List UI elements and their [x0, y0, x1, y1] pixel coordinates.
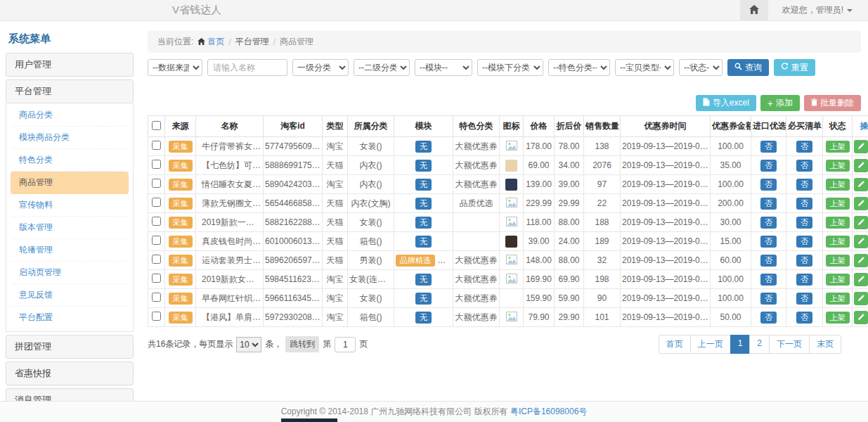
row-checkbox[interactable] [152, 198, 161, 207]
search-button[interactable]: 查询 [727, 59, 769, 76]
sidebar-group[interactable]: 省惠快报 [6, 362, 134, 385]
status-toggle[interactable]: 上架 [826, 160, 850, 172]
must-buy-toggle[interactable]: 否 [796, 312, 812, 324]
import-select-toggle[interactable]: 否 [760, 312, 777, 324]
edit-button[interactable] [854, 273, 868, 286]
product-name-input[interactable] [207, 59, 287, 76]
filter-select[interactable]: --数据来源-- [148, 59, 202, 76]
import-select-toggle[interactable]: 否 [760, 179, 777, 191]
sidebar-item[interactable]: 轮播管理 [11, 239, 129, 262]
must-buy-toggle[interactable]: 否 [796, 274, 812, 286]
select-all-checkbox[interactable] [152, 121, 161, 130]
status-toggle[interactable]: 上架 [826, 312, 850, 324]
edit-button[interactable] [854, 311, 868, 324]
module-badge[interactable]: 无 [415, 160, 432, 172]
row-checkbox[interactable] [152, 255, 161, 264]
jump-page-input[interactable] [335, 337, 356, 352]
must-buy-toggle[interactable]: 否 [796, 160, 812, 172]
status-toggle[interactable]: 上架 [826, 198, 850, 210]
must-buy-toggle[interactable]: 否 [796, 293, 812, 305]
filter-select[interactable]: --宝贝类型-- [615, 59, 674, 76]
edit-button[interactable] [854, 159, 868, 172]
sidebar-item[interactable]: 启动页管理 [11, 262, 129, 284]
status-toggle[interactable]: 上架 [826, 236, 850, 248]
must-buy-toggle[interactable]: 否 [796, 217, 812, 229]
page-button[interactable]: 下一页 [769, 335, 810, 354]
sidebar-item[interactable]: 特色分类 [11, 149, 129, 172]
module-badge[interactable]: 无 [415, 217, 432, 229]
status-toggle[interactable]: 上架 [826, 255, 850, 267]
page-button[interactable]: 1 [730, 335, 751, 354]
sidebar-item[interactable]: 商品分类 [11, 104, 129, 127]
bulk-delete-button[interactable]: 批量删除 [804, 95, 861, 111]
page-button[interactable]: 首页 [659, 335, 691, 354]
sidebar-group[interactable]: 拼团管理 [6, 335, 134, 359]
import-select-toggle[interactable]: 否 [760, 255, 777, 267]
sidebar-item[interactable]: 平台配置 [11, 307, 129, 328]
status-toggle[interactable]: 上架 [826, 179, 850, 191]
module-badge[interactable]: 无 [415, 274, 432, 286]
must-buy-toggle[interactable]: 否 [796, 198, 812, 210]
status-toggle[interactable]: 上架 [826, 293, 850, 305]
module-badge[interactable]: 无 [415, 293, 432, 305]
import-select-toggle[interactable]: 否 [760, 141, 777, 153]
import-select-toggle[interactable]: 否 [760, 293, 777, 305]
edit-button[interactable] [854, 235, 868, 248]
row-checkbox[interactable] [152, 312, 161, 321]
status-toggle[interactable]: 上架 [826, 141, 850, 153]
row-checkbox[interactable] [152, 274, 161, 283]
import-select-toggle[interactable]: 否 [760, 274, 777, 286]
row-checkbox[interactable] [152, 160, 161, 169]
icp-link[interactable]: 粤ICP备16098006号 [510, 406, 587, 418]
breadcrumb-home-link[interactable]: 首页 [197, 36, 224, 48]
module-badge[interactable]: 无 [415, 236, 432, 248]
sidebar-item[interactable]: 宣传物料 [11, 194, 129, 217]
add-button[interactable]: + 添加 [760, 95, 800, 111]
per-page-select[interactable]: 10 [236, 337, 261, 352]
filter-select[interactable]: 一级分类 [292, 59, 349, 76]
filter-select[interactable]: --特色分类-- [548, 59, 610, 76]
edit-button[interactable] [854, 254, 868, 267]
import-excel-button[interactable]: 导入excel [696, 95, 756, 111]
status-toggle[interactable]: 上架 [826, 274, 850, 286]
edit-button[interactable] [854, 178, 868, 191]
import-select-toggle[interactable]: 否 [760, 236, 777, 248]
import-select-toggle[interactable]: 否 [760, 198, 777, 210]
must-buy-toggle[interactable]: 否 [796, 179, 812, 191]
filter-select[interactable]: --模块-- [415, 59, 472, 76]
row-checkbox[interactable] [152, 217, 161, 226]
import-select-toggle[interactable]: 否 [760, 217, 777, 229]
edit-button[interactable] [854, 140, 868, 153]
home-button[interactable] [740, 0, 768, 21]
page-button[interactable]: 2 [749, 335, 770, 354]
sidebar-item[interactable]: 版本管理 [11, 217, 129, 239]
row-checkbox[interactable] [152, 141, 161, 150]
must-buy-toggle[interactable]: 否 [796, 255, 812, 267]
edit-button[interactable] [854, 292, 868, 305]
module-badge[interactable]: 无 [415, 312, 432, 324]
user-menu[interactable]: 欢迎您，管理员! [782, 4, 853, 16]
module-badge[interactable]: 无 [415, 179, 432, 191]
sidebar-group[interactable]: 用户管理 [6, 53, 134, 77]
row-checkbox[interactable] [152, 236, 161, 245]
filter-select[interactable]: --二级分类-- [354, 59, 410, 76]
module-badge[interactable]: 无 [415, 198, 432, 210]
edit-button[interactable] [854, 216, 868, 229]
sidebar-item[interactable]: 模块商品分类 [11, 127, 129, 149]
sidebar-item[interactable]: 商品管理 [11, 172, 129, 194]
reset-button[interactable]: 重置 [774, 59, 815, 76]
filter-select[interactable]: --模块下分类-- [477, 59, 543, 76]
page-button[interactable]: 末页 [809, 335, 841, 354]
row-checkbox[interactable] [152, 293, 161, 302]
module-badge[interactable]: 无 [415, 141, 432, 153]
sidebar-item[interactable]: 意见反馈 [11, 284, 129, 307]
must-buy-toggle[interactable]: 否 [796, 236, 812, 248]
edit-button[interactable] [854, 197, 868, 210]
page-button[interactable]: 上一页 [690, 335, 731, 354]
import-select-toggle[interactable]: 否 [760, 160, 777, 172]
module-badge[interactable]: 品牌精选 [396, 255, 435, 267]
row-checkbox[interactable] [152, 179, 161, 188]
status-toggle[interactable]: 上架 [826, 217, 850, 229]
must-buy-toggle[interactable]: 否 [796, 141, 812, 153]
filter-select[interactable]: --状态-- [679, 59, 723, 76]
